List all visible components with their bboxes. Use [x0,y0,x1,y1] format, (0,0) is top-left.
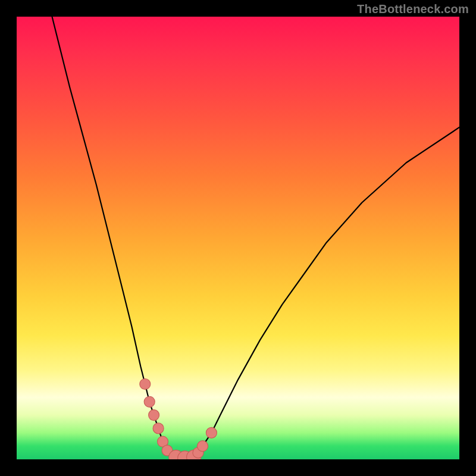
highlight-dot [144,396,155,407]
highlight-dot [153,423,164,434]
watermark: TheBottleneck.com [357,2,469,16]
chart-overlay [17,17,459,459]
highlight-dot [149,410,159,421]
highlight-dot [206,427,217,438]
bottleneck-curve [52,17,460,458]
highlight-dot [198,441,208,452]
highlight-dot-group [140,379,217,460]
chart-frame: TheBottleneck.com [0,0,476,476]
plot-area [17,17,459,459]
highlight-dot [140,379,151,390]
